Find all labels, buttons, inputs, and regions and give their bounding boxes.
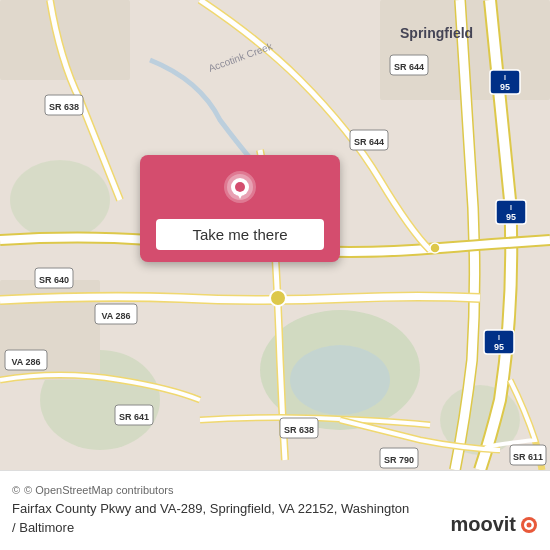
svg-text:SR 638: SR 638 bbox=[49, 102, 79, 112]
svg-text:95: 95 bbox=[506, 212, 516, 222]
map-container: Accotink Creek Springfield SR 638 SR 644… bbox=[0, 0, 550, 470]
svg-text:SR 640: SR 640 bbox=[39, 275, 69, 285]
map-pin-icon bbox=[219, 169, 261, 211]
svg-text:VA 286: VA 286 bbox=[101, 311, 130, 321]
svg-text:Springfield: Springfield bbox=[400, 25, 473, 41]
take-me-there-button[interactable]: Take me there bbox=[156, 219, 324, 250]
svg-point-41 bbox=[430, 243, 440, 253]
moovit-logo-mark bbox=[520, 516, 538, 534]
footer: © © OpenStreetMap contributors Fairfax C… bbox=[0, 470, 550, 550]
copyright-row: © © OpenStreetMap contributors bbox=[12, 484, 538, 496]
svg-text:I: I bbox=[510, 204, 512, 211]
svg-text:95: 95 bbox=[500, 82, 510, 92]
moovit-logo-text: moovit bbox=[450, 513, 516, 536]
svg-text:95: 95 bbox=[494, 342, 504, 352]
location-card: Take me there bbox=[140, 155, 340, 262]
svg-text:SR 644: SR 644 bbox=[394, 62, 424, 72]
svg-text:I: I bbox=[498, 334, 500, 341]
svg-text:SR 644: SR 644 bbox=[354, 137, 384, 147]
svg-text:SR 638: SR 638 bbox=[284, 425, 314, 435]
copyright-symbol: © bbox=[12, 484, 20, 496]
svg-text:I: I bbox=[504, 74, 506, 81]
svg-text:SR 790: SR 790 bbox=[384, 455, 414, 465]
svg-point-4 bbox=[10, 160, 110, 240]
svg-text:VA 286: VA 286 bbox=[11, 357, 40, 367]
svg-text:SR 641: SR 641 bbox=[119, 412, 149, 422]
svg-point-40 bbox=[270, 290, 286, 306]
svg-point-5 bbox=[290, 345, 390, 415]
moovit-logo: moovit bbox=[450, 513, 538, 536]
svg-text:SR 611: SR 611 bbox=[513, 452, 543, 462]
copyright-text: © OpenStreetMap contributors bbox=[24, 484, 173, 496]
address-text: Fairfax County Pkwy and VA-289, Springfi… bbox=[12, 500, 412, 536]
svg-point-49 bbox=[527, 522, 532, 527]
svg-point-46 bbox=[235, 182, 245, 192]
